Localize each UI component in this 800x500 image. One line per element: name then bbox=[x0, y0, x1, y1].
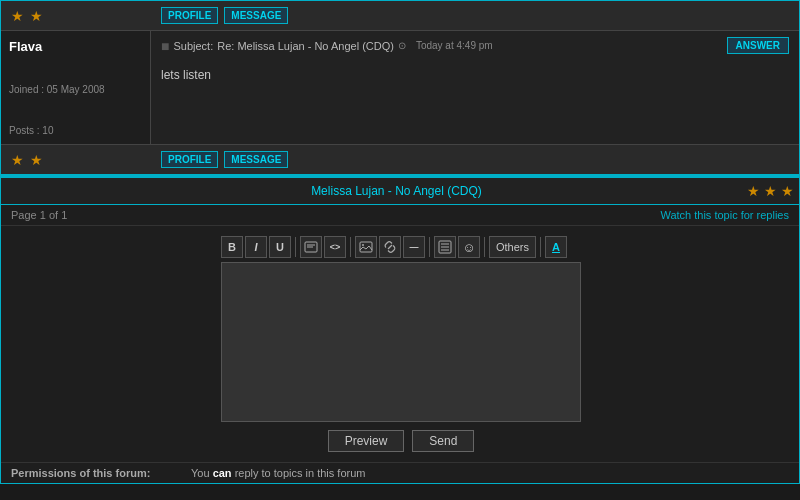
post-time: Today at 4:49 pm bbox=[416, 40, 493, 51]
editor-toolbar: B I U <> bbox=[221, 236, 769, 258]
svg-point-4 bbox=[362, 244, 364, 246]
post-footer2-left: ★ ★ bbox=[11, 152, 161, 168]
italic-button[interactable]: I bbox=[245, 236, 267, 258]
topic-star-2: ★ bbox=[764, 183, 777, 199]
permissions-label: Permissions of this forum: bbox=[11, 467, 191, 479]
reply-textarea[interactable] bbox=[221, 262, 581, 422]
prev-profile-button[interactable]: PROFILE bbox=[161, 7, 218, 24]
subject-title: Re: Melissa Lujan - No Angel (CDQ) bbox=[217, 40, 394, 52]
clock-icon: ⊙ bbox=[398, 40, 406, 51]
post-body: ■ Subject: Re: Melissa Lujan - No Angel … bbox=[151, 31, 799, 144]
topic-stars: ★ ★ ★ bbox=[747, 183, 794, 199]
toolbar-btn-list[interactable] bbox=[434, 236, 456, 258]
post-joined: Joined : 05 May 2008 bbox=[9, 84, 142, 95]
prev-post-footer-left: ★ ★ bbox=[11, 8, 161, 24]
prev-message-button[interactable]: MESSAGE bbox=[224, 7, 288, 24]
permissions-bar: Permissions of this forum: You can reply… bbox=[1, 462, 799, 483]
toolbar-sep-1 bbox=[295, 237, 296, 257]
toolbar-sep-5 bbox=[540, 237, 541, 257]
forum-page: ★ ★ PROFILE MESSAGE Flava Joined : 05 Ma… bbox=[0, 0, 800, 484]
star-icon-2: ★ bbox=[30, 8, 43, 24]
profile-button[interactable]: PROFILE bbox=[161, 151, 218, 168]
topic-star-3: ★ bbox=[781, 183, 794, 199]
post-posts: Posts : 10 bbox=[9, 125, 142, 136]
subject-prefix: Subject: bbox=[173, 40, 213, 52]
others-button[interactable]: Others bbox=[489, 236, 536, 258]
star2-icon-2: ★ bbox=[30, 152, 43, 168]
post-subject-bar: ■ Subject: Re: Melissa Lujan - No Angel … bbox=[161, 37, 789, 54]
message-button[interactable]: MESSAGE bbox=[224, 151, 288, 168]
post-footer-row2: ★ ★ PROFILE MESSAGE bbox=[1, 145, 799, 176]
send-button[interactable]: Send bbox=[412, 430, 474, 452]
post-username: Flava bbox=[9, 39, 142, 54]
bold-button[interactable]: B bbox=[221, 236, 243, 258]
post-content: lets listen bbox=[161, 62, 789, 102]
page-info-bar: Page 1 of 1 Watch this topic for replies bbox=[1, 205, 799, 226]
toolbar-btn-img[interactable] bbox=[355, 236, 377, 258]
editor-actions: Preview Send bbox=[221, 430, 581, 452]
toolbar-btn-code[interactable]: <> bbox=[324, 236, 346, 258]
toolbar-btn-emoji[interactable]: ☺ bbox=[458, 236, 480, 258]
underline-button[interactable]: U bbox=[269, 236, 291, 258]
topic-star-1: ★ bbox=[747, 183, 760, 199]
permissions-value: You can reply to topics in this forum bbox=[191, 467, 365, 479]
star-icon-1: ★ bbox=[11, 8, 24, 24]
topic-title-bar: Melissa Lujan - No Angel (CDQ) ★ ★ ★ bbox=[1, 176, 799, 205]
toolbar-sep-4 bbox=[484, 237, 485, 257]
toolbar-btn-link[interactable] bbox=[379, 236, 401, 258]
toolbar-sep-3 bbox=[429, 237, 430, 257]
post-subject: ■ Subject: Re: Melissa Lujan - No Angel … bbox=[161, 38, 493, 54]
watch-topic-link[interactable]: Watch this topic for replies bbox=[660, 209, 789, 221]
subject-bullet: ■ bbox=[161, 38, 169, 54]
toolbar-sep-2 bbox=[350, 237, 351, 257]
flava-post: Flava Joined : 05 May 2008 Posts : 10 ■ … bbox=[1, 31, 799, 145]
toolbar-btn-font[interactable]: A bbox=[545, 236, 567, 258]
toolbar-btn-quote[interactable] bbox=[300, 236, 322, 258]
prev-post-footer-buttons: PROFILE MESSAGE bbox=[161, 7, 288, 24]
star2-icon-1: ★ bbox=[11, 152, 24, 168]
answer-button[interactable]: ANSWER bbox=[727, 37, 789, 54]
reply-editor: B I U <> bbox=[1, 226, 799, 462]
prev-post-footer: ★ ★ PROFILE MESSAGE bbox=[1, 1, 799, 31]
page-info-text: Page 1 of 1 bbox=[11, 209, 67, 221]
toolbar-btn-hr[interactable]: — bbox=[403, 236, 425, 258]
topic-title: Melissa Lujan - No Angel (CDQ) bbox=[311, 184, 482, 198]
post-footer2-buttons: PROFILE MESSAGE bbox=[161, 151, 288, 168]
preview-button[interactable]: Preview bbox=[328, 430, 405, 452]
post-user-info: Flava Joined : 05 May 2008 Posts : 10 bbox=[1, 31, 151, 144]
